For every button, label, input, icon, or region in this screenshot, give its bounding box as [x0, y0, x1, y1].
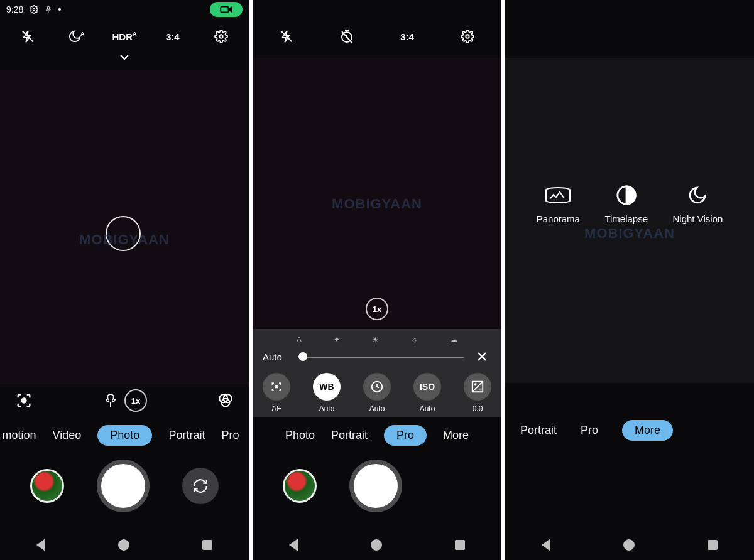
- mode-panorama[interactable]: Panorama: [537, 183, 580, 224]
- mode-selector[interactable]: Portrait Pro More: [505, 412, 754, 448]
- svg-point-0: [33, 8, 36, 11]
- status-bar: [253, 0, 501, 19]
- status-bar: [505, 0, 754, 19]
- nav-home[interactable]: [118, 539, 129, 551]
- wb-preset-fluorescent[interactable]: ☀: [372, 335, 379, 344]
- android-nav-bar: [0, 530, 249, 560]
- google-lens-button[interactable]: [15, 392, 33, 409]
- settings-status-icon: [30, 5, 38, 14]
- nav-recents[interactable]: [708, 540, 718, 550]
- mode-slow-motion[interactable]: w motion: [0, 429, 36, 442]
- mode-timelapse[interactable]: Timelapse: [604, 183, 648, 224]
- macro-button[interactable]: [103, 393, 118, 408]
- clock: 9:28: [6, 4, 23, 14]
- camera-flip-button[interactable]: [182, 468, 219, 504]
- camera-pro-screen: 3:4 MOBIGYAAN 1x A ✦ ☀ ☼ ☁ Auto AF WBAut…: [253, 0, 501, 560]
- mode-portrait[interactable]: Portrait: [168, 429, 205, 442]
- pro-af-control[interactable]: AF: [263, 373, 290, 413]
- wb-preset-cloudy[interactable]: ☁: [450, 335, 457, 344]
- wb-preset-auto[interactable]: A: [297, 335, 302, 344]
- camera-photo-screen: 9:28 A HDRA 3:4 MOBIGYAAN 1x: [0, 0, 249, 560]
- night-vision-icon: [682, 183, 713, 207]
- svg-point-5: [22, 399, 26, 403]
- mode-photo[interactable]: Photo: [97, 425, 152, 446]
- gallery-thumbnail[interactable]: [283, 469, 317, 503]
- svg-point-12: [466, 35, 469, 38]
- zoom-button[interactable]: 1x: [366, 298, 388, 320]
- svg-rect-1: [48, 6, 50, 10]
- zoom-button[interactable]: 1x: [124, 389, 147, 412]
- pro-wb-control[interactable]: WBAuto: [313, 373, 341, 413]
- aspect-ratio-toggle[interactable]: 3:4: [392, 31, 422, 42]
- svg-point-13: [275, 385, 277, 387]
- mode-portrait[interactable]: Portrait: [520, 424, 557, 437]
- mode-portrait[interactable]: Portrait: [331, 429, 368, 442]
- mode-selector[interactable]: w motion Video Photo Portrait Pro: [0, 417, 249, 453]
- panorama-icon: [542, 183, 574, 207]
- expand-toolbar-button[interactable]: [0, 54, 249, 67]
- flash-toggle[interactable]: [13, 30, 43, 43]
- mode-selector[interactable]: Photo Portrait Pro More: [253, 417, 501, 453]
- pro-controls: A ✦ ☀ ☼ ☁ Auto AF WBAuto Auto ISOAuto 0.…: [253, 329, 501, 417]
- watermark: MOBIGYAAN: [332, 196, 422, 212]
- close-pro-slider[interactable]: [473, 351, 491, 362]
- aspect-ratio-toggle[interactable]: 3:4: [158, 31, 188, 42]
- nav-back[interactable]: [289, 539, 298, 551]
- shutter-button[interactable]: [349, 460, 402, 512]
- status-bar: 9:28: [0, 0, 249, 19]
- mode-more[interactable]: More: [443, 429, 469, 442]
- camera-more-screen: Panorama Timelapse Night Vision MOBIGYAA…: [505, 0, 754, 560]
- dot-status-icon: [58, 8, 61, 11]
- mode-pro[interactable]: Pro: [221, 429, 239, 442]
- filters-button[interactable]: [217, 392, 234, 409]
- nav-recents[interactable]: [202, 540, 212, 550]
- camera-toolbar: 3:4: [253, 19, 501, 54]
- mode-photo[interactable]: Photo: [285, 429, 315, 442]
- flash-toggle[interactable]: [271, 30, 302, 43]
- wb-value-label: Auto: [263, 352, 294, 362]
- camera-privacy-indicator: [210, 2, 243, 17]
- camera-toolbar: A HDRA 3:4: [0, 19, 249, 54]
- wb-preset-incandescent[interactable]: ✦: [334, 335, 340, 344]
- viewfinder[interactable]: MOBIGYAAN 1x: [253, 58, 501, 329]
- nav-home[interactable]: [623, 539, 635, 551]
- wb-slider[interactable]: [303, 349, 464, 364]
- more-modes-panel: Panorama Timelapse Night Vision MOBIGYAA…: [505, 58, 754, 383]
- svg-rect-2: [221, 7, 228, 13]
- pro-ev-control[interactable]: 0.0: [464, 373, 491, 413]
- mode-video[interactable]: Video: [53, 429, 82, 442]
- nav-back[interactable]: [36, 539, 45, 551]
- settings-button[interactable]: [206, 30, 236, 43]
- svg-point-4: [219, 35, 223, 38]
- android-nav-bar: [505, 530, 754, 560]
- timer-toggle[interactable]: [332, 29, 362, 44]
- android-nav-bar: [253, 530, 501, 560]
- nav-back[interactable]: [542, 539, 550, 551]
- nav-recents[interactable]: [455, 540, 465, 550]
- mode-pro[interactable]: Pro: [384, 425, 427, 446]
- wb-preset-daylight[interactable]: ☼: [411, 335, 418, 344]
- mode-more[interactable]: More: [622, 420, 673, 441]
- gallery-thumbnail[interactable]: [30, 469, 64, 503]
- pro-shutter-control[interactable]: Auto: [363, 373, 391, 413]
- viewfinder[interactable]: MOBIGYAAN: [0, 70, 249, 384]
- watermark: MOBIGYAAN: [584, 225, 675, 242]
- mic-status-icon: [45, 5, 52, 14]
- pro-iso-control[interactable]: ISOAuto: [413, 373, 441, 413]
- mode-night-vision[interactable]: Night Vision: [672, 183, 723, 224]
- timelapse-icon: [611, 183, 642, 207]
- night-mode-toggle[interactable]: A: [61, 30, 91, 43]
- settings-button[interactable]: [452, 30, 483, 43]
- hdr-toggle[interactable]: HDRA: [109, 31, 139, 42]
- shutter-button[interactable]: [97, 460, 150, 512]
- watermark: MOBIGYAAN: [79, 232, 170, 248]
- nav-home[interactable]: [371, 539, 382, 551]
- mode-pro[interactable]: Pro: [581, 424, 598, 437]
- wb-presets-row: A ✦ ☀ ☼ ☁: [297, 335, 457, 344]
